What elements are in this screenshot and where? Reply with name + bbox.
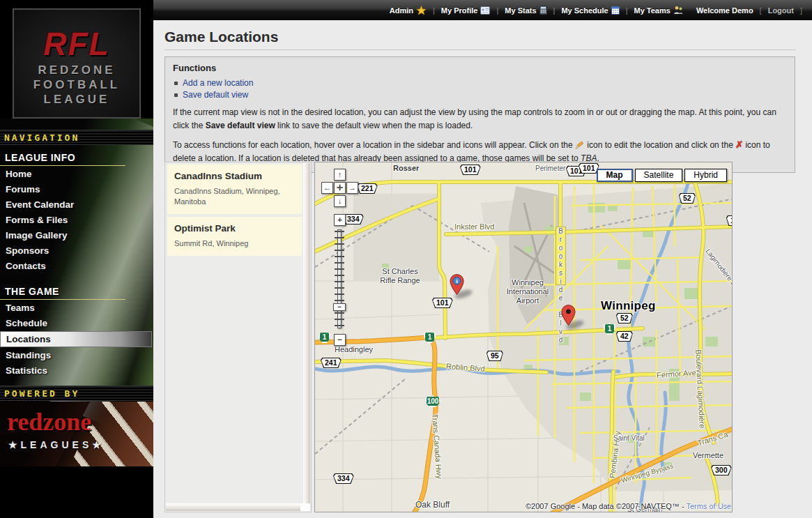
my-profile-label: My Profile (441, 6, 478, 15)
topbar-separator: | (496, 6, 498, 15)
topbar-admin-link[interactable]: Admin (390, 6, 427, 15)
instructions-paragraph-1: If the current map view is not in the de… (173, 106, 787, 132)
copyright-text: ©2007 Google - Map data ©2007 NAVTEQ™ - (526, 502, 686, 510)
map-label-saint-vital: Saint Vital (613, 434, 645, 442)
my-schedule-label: My Schedule (561, 6, 608, 15)
delete-x-icon: ✗ (735, 139, 743, 150)
logout-bracket: [ (760, 6, 762, 15)
rfl-logo[interactable]: RFL REDZONE FOOTBALL LEAGUE (13, 8, 141, 119)
section-league-info: LEAGUE INFO (0, 148, 125, 166)
add-location-link[interactable]: Add a new location (183, 78, 253, 88)
logout-link[interactable]: Logout (768, 6, 794, 15)
map-tiles (315, 162, 733, 512)
admin-label: Admin (390, 6, 413, 15)
shield-334: 334 (333, 473, 354, 484)
sidebar-item-locations[interactable]: Locations (0, 331, 152, 347)
map-label-airport-1: Winnipeg (489, 278, 566, 287)
scrollbar-corner (300, 503, 310, 511)
profile-card-icon (480, 6, 490, 15)
horizontal-scrollbar[interactable] (166, 503, 302, 511)
map-label-vermette: Vermette (693, 451, 723, 459)
map-label-airport-2: International (489, 287, 566, 296)
sidebar-item-schedule[interactable]: Schedule (0, 316, 153, 330)
zoom-out-button[interactable]: − (334, 334, 346, 346)
pan-down-button[interactable]: ↓ (334, 195, 346, 207)
zoom-slider-ticks (335, 231, 344, 327)
vertical-scrollbar[interactable] (303, 163, 310, 504)
sidebar-item-teams[interactable]: Teams (0, 300, 153, 315)
star-icon (416, 6, 427, 15)
location-card-canadinns[interactable]: CanadInns Stadium CanadInns Stadium, Win… (167, 165, 302, 214)
pan-center-button[interactable]: ✛ (334, 182, 346, 194)
map-marker-location[interactable] (561, 305, 576, 326)
map-canvas[interactable]: Rosser Perimeter Hwy Brookside Blvd Inks… (314, 162, 733, 512)
topbar-my-teams-link[interactable]: My Teams (634, 6, 683, 15)
page-title: Game Locations (164, 29, 795, 50)
map-label-st-charles-1: St Charles (358, 267, 442, 275)
shield-101: 101 (432, 298, 453, 308)
sidebar: RFL REDZONE FOOTBALL LEAGUE NAVIGATION L… (0, 0, 153, 518)
sidebar-item-home[interactable]: Home (0, 167, 153, 181)
location-list-panel: CanadInns Stadium CanadInns Stadium, Win… (164, 162, 312, 512)
sidebar-item-forms-files[interactable]: Forms & Files (0, 213, 153, 227)
calendar-icon (611, 6, 620, 15)
shield-334: 334 (343, 214, 364, 224)
save-default-view-link[interactable]: Save default view (183, 90, 248, 100)
location-name: Optimist Park (174, 223, 295, 234)
map-copyright: ©2007 Google - Map data ©2007 NAVTEQ™ - … (526, 502, 731, 510)
terms-of-use-link[interactable]: Terms of Use (686, 502, 731, 510)
topbar-my-profile-link[interactable]: My Profile (441, 6, 491, 15)
topbar-my-stats-link[interactable]: My Stats (505, 6, 546, 15)
sidebar-item-forums[interactable]: Forums (0, 182, 153, 197)
location-name: CanadInns Stadium (174, 171, 295, 181)
map-label-oak-bluff: Oak Bluff (415, 500, 450, 510)
main-content: Game Locations Functions Add a new locat… (153, 20, 812, 518)
map-type-satellite-button[interactable]: Satellite (635, 169, 683, 182)
sidebar-item-sponsors[interactable]: Sponsors (0, 243, 153, 258)
sidebar-item-statistics[interactable]: Statistics (0, 363, 153, 378)
rfl-logo-acronym: RFL (14, 25, 139, 63)
map-type-map-button[interactable]: Map (597, 169, 633, 182)
my-teams-label: My Teams (634, 6, 671, 15)
sidebar-item-event-calendar[interactable]: Event Calendar (0, 197, 153, 212)
shield-95: 95 (487, 351, 503, 361)
pan-left-button[interactable]: ← (321, 182, 333, 194)
zoom-in-button[interactable]: + (334, 214, 346, 226)
topbar: Admin | My Profile | My Stats | My Sched… (153, 0, 812, 20)
sidebar-item-standings[interactable]: Standings (0, 348, 153, 363)
para2-text: To access functions for each location, h… (173, 140, 575, 150)
redzone-logo-text: redzone (7, 407, 91, 436)
shield-101: 101 (460, 165, 481, 175)
welcome-label: Welcome Demo (696, 6, 753, 15)
location-address: Summit Rd, Winnipeg (174, 238, 295, 249)
location-card-optimist[interactable]: Optimist Park Summit Rd, Winnipeg (167, 217, 302, 256)
rfl-logo-line3: LEAGUE (14, 92, 139, 107)
map-marker-info[interactable]: i (450, 274, 464, 296)
shield-52: 52 (616, 313, 633, 323)
bullet-icon (174, 82, 178, 85)
sidebar-menu: LEAGUE INFO Home Forums Event Calendar F… (0, 148, 153, 379)
zoom-slider-handle[interactable]: − (333, 303, 346, 311)
pan-up-button[interactable]: ↑ (334, 169, 346, 181)
rfl-locations-page: RFL REDZONE FOOTBALL LEAGUE NAVIGATION L… (0, 0, 812, 518)
para1-text-end: link to save the default view when the m… (275, 121, 473, 130)
map-type-hybrid-button[interactable]: Hybrid (684, 169, 727, 182)
shield-300: 300 (711, 465, 732, 475)
map-label-brookside-blvd: Brookside Blvd (556, 227, 566, 285)
save-default-view-row: Save default view (174, 90, 787, 100)
shield-221: 221 (357, 183, 378, 194)
add-location-row: Add a new location (174, 78, 787, 88)
para2-text-mid: icon to edit the location and click on t… (585, 140, 735, 150)
rfl-logo-line1: REDZONE (14, 63, 139, 77)
topbar-separator: | (553, 6, 556, 15)
sidebar-item-contacts[interactable]: Contacts (0, 259, 153, 273)
calculator-icon (539, 6, 547, 15)
pan-right-button[interactable]: → (346, 182, 358, 194)
shield-42: 42 (616, 331, 633, 342)
para1-bold-text: Save default view (206, 121, 275, 130)
map-label-winnipeg: Winnipeg (601, 299, 656, 313)
map-label-inkster-blvd: Inkster Blvd (454, 222, 494, 231)
redzone-leagues-logo[interactable]: redzone ★LEAGUES★ (0, 402, 153, 466)
sidebar-item-image-gallery[interactable]: Image Gallery (0, 228, 153, 243)
topbar-my-schedule-link[interactable]: My Schedule (561, 6, 619, 15)
